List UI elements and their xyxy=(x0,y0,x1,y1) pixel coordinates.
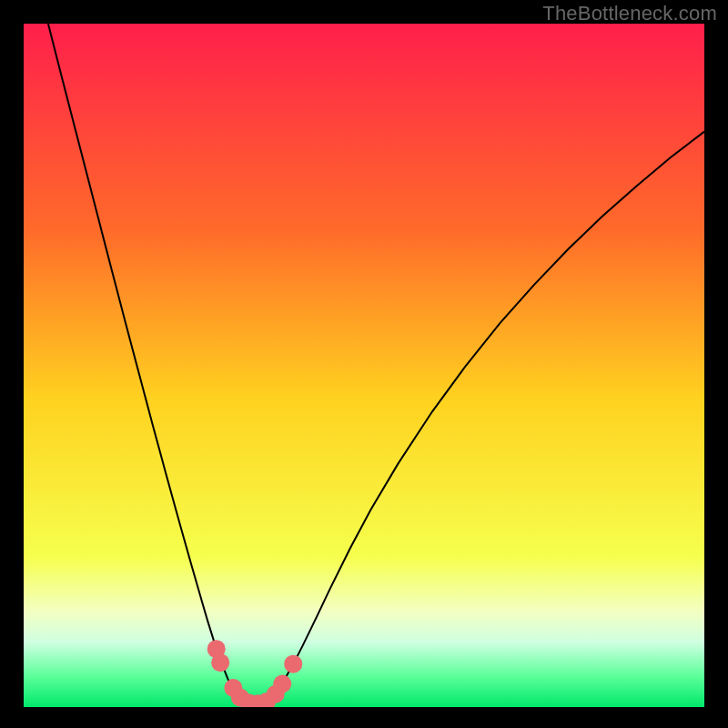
data-marker xyxy=(273,674,291,693)
chart-container: TheBottleneck.com xyxy=(0,0,728,728)
gradient-background xyxy=(24,24,704,707)
bottleneck-chart xyxy=(0,0,728,728)
data-marker xyxy=(284,655,302,673)
data-marker xyxy=(211,653,229,672)
watermark-text: TheBottleneck.com xyxy=(542,2,717,25)
plot-area xyxy=(24,24,704,713)
